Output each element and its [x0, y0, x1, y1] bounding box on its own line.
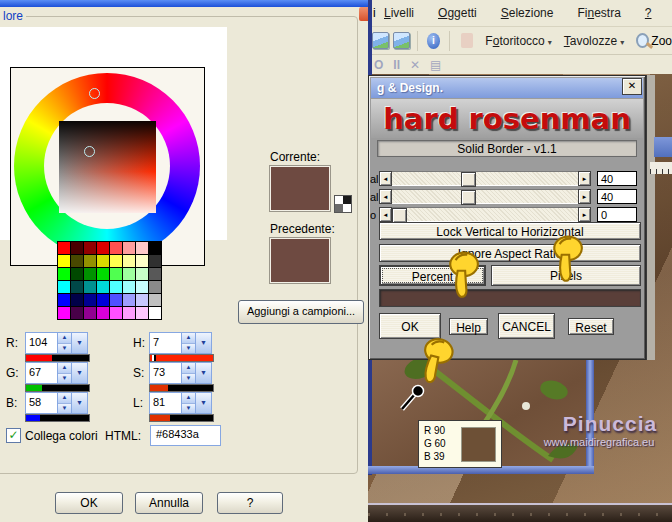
palette-swatch[interactable]: [149, 255, 161, 267]
lightness-slider-dropdown[interactable]: ▼: [195, 393, 211, 413]
red-slider-dropdown[interactable]: ▼: [71, 333, 87, 353]
palette-swatch[interactable]: [71, 242, 83, 254]
close-icon[interactable]: ✕: [622, 78, 642, 95]
palette-swatch[interactable]: [123, 307, 135, 319]
ok-button[interactable]: OK: [55, 492, 123, 514]
palette-swatch[interactable]: [97, 268, 109, 280]
palette-swatch[interactable]: [136, 268, 148, 280]
photo-icon[interactable]: [372, 32, 389, 49]
plugin-cancel-button[interactable]: CANCEL: [498, 313, 555, 339]
palette-swatch[interactable]: [136, 294, 148, 306]
palette-swatch[interactable]: [149, 268, 161, 280]
slider-track[interactable]: [392, 189, 578, 204]
palette-swatch[interactable]: [58, 294, 70, 306]
palette-swatch[interactable]: [149, 307, 161, 319]
ignore-aspect-button[interactable]: Ignore Aspect Ratio: [379, 244, 641, 262]
close-button-partial[interactable]: [359, 7, 368, 21]
swatch-toggle-icon[interactable]: [334, 195, 352, 213]
lock-vertical-button[interactable]: Lock Vertical to Horizizontal: [379, 222, 641, 240]
slider-track[interactable]: [392, 171, 578, 186]
palette-swatch[interactable]: [136, 281, 148, 293]
dialog-titlebar[interactable]: [0, 0, 368, 7]
hue-slider-dropdown[interactable]: ▼: [195, 333, 211, 353]
blue-spinner[interactable]: ▲▼: [57, 393, 71, 413]
palette-swatch[interactable]: [84, 281, 96, 293]
saturation-marker[interactable]: [84, 146, 95, 157]
menu-oggetti[interactable]: Oggetti: [438, 6, 477, 20]
green-slider-dropdown[interactable]: ▼: [71, 363, 87, 383]
palette-swatch[interactable]: [136, 255, 148, 267]
palette-swatch[interactable]: [97, 294, 109, 306]
palette-swatch[interactable]: [110, 281, 122, 293]
palette-swatch[interactable]: [123, 268, 135, 280]
palette-swatch[interactable]: [149, 294, 161, 306]
palette-swatch[interactable]: [71, 307, 83, 319]
zoom-tool-label[interactable]: Zoo: [651, 34, 672, 48]
palette-swatch[interactable]: [123, 294, 135, 306]
slider-right-arrow[interactable]: ►: [578, 207, 591, 222]
palette-swatch[interactable]: [110, 307, 122, 319]
palette-swatch[interactable]: [136, 242, 148, 254]
slider-track[interactable]: [392, 207, 578, 222]
slider-right-arrow[interactable]: ►: [578, 171, 591, 186]
palette-swatch[interactable]: [110, 268, 122, 280]
green-spinner[interactable]: ▲▼: [57, 363, 71, 383]
menu-fragment[interactable]: i: [373, 6, 376, 20]
slider-left-arrow[interactable]: ◄: [379, 189, 392, 204]
tavolozze-dropdown[interactable]: Tavolozze▾: [564, 34, 624, 48]
palette-swatch[interactable]: [71, 294, 83, 306]
saturation-lightness-square[interactable]: [59, 121, 156, 213]
fotoritocco-dropdown[interactable]: Fotoritocco▾: [485, 34, 551, 48]
palette-swatch[interactable]: [71, 281, 83, 293]
palette-swatch[interactable]: [110, 242, 122, 254]
palette-swatch[interactable]: [84, 268, 96, 280]
palette-swatch[interactable]: [84, 294, 96, 306]
palette-swatch[interactable]: [58, 307, 70, 319]
link-colors-checkbox[interactable]: ✓: [6, 428, 21, 443]
plugin-reset-button[interactable]: Reset: [568, 318, 614, 335]
html-color-input[interactable]: #68433a: [150, 425, 221, 446]
info-icon[interactable]: i: [427, 33, 440, 49]
saturation-spinner[interactable]: ▲▼: [181, 363, 195, 383]
red-spinner[interactable]: ▲▼: [57, 333, 71, 353]
slider-right-arrow[interactable]: ►: [578, 189, 591, 204]
save-icon[interactable]: ▤: [430, 58, 441, 72]
palette-swatch[interactable]: [110, 255, 122, 267]
palette-swatch[interactable]: [84, 242, 96, 254]
palette-swatch[interactable]: [58, 242, 70, 254]
hue-spinner[interactable]: ▲▼: [181, 333, 195, 353]
menu-selezione[interactable]: Selezione: [501, 6, 554, 20]
hue-marker[interactable]: [89, 88, 100, 99]
add-to-swatches-button[interactable]: Aggiungi a campioni...: [238, 300, 364, 324]
palette-swatch[interactable]: [136, 307, 148, 319]
palette-swatch[interactable]: [110, 294, 122, 306]
plugin-help-button[interactable]: Help: [449, 318, 488, 335]
slider-left-arrow[interactable]: ◄: [379, 171, 392, 186]
slider-thumb[interactable]: [461, 190, 476, 205]
red-input[interactable]: 104 ▲▼ ▼: [25, 332, 88, 354]
palette-swatch[interactable]: [97, 281, 109, 293]
slider-thumb[interactable]: [461, 172, 476, 187]
palette-swatch[interactable]: [97, 242, 109, 254]
blue-slider-dropdown[interactable]: ▼: [71, 393, 87, 413]
green-input[interactable]: 67 ▲▼ ▼: [25, 362, 88, 384]
palette-swatch[interactable]: [58, 281, 70, 293]
palette-swatch[interactable]: [97, 255, 109, 267]
saturation-slider-dropdown[interactable]: ▼: [195, 363, 211, 383]
palette-swatch[interactable]: [149, 281, 161, 293]
menu-finestra[interactable]: Finestra: [577, 6, 620, 20]
slider-value-input[interactable]: 0: [597, 207, 637, 222]
lightness-spinner[interactable]: ▲▼: [181, 393, 195, 413]
slider-value-input[interactable]: 40: [597, 171, 637, 186]
palette-swatch[interactable]: [123, 255, 135, 267]
slider-value-input[interactable]: 40: [597, 189, 637, 204]
stop-icon[interactable]: ✕: [410, 58, 420, 72]
slider-thumb[interactable]: [392, 208, 407, 223]
record-icon[interactable]: O: [374, 58, 383, 72]
palette-swatch[interactable]: [84, 255, 96, 267]
saturation-input[interactable]: 73 ▲▼ ▼: [149, 362, 212, 384]
palette-swatch[interactable]: [84, 307, 96, 319]
palette-swatch[interactable]: [97, 307, 109, 319]
hue-input[interactable]: 7 ▲▼ ▼: [149, 332, 212, 354]
palette-swatch[interactable]: [71, 268, 83, 280]
